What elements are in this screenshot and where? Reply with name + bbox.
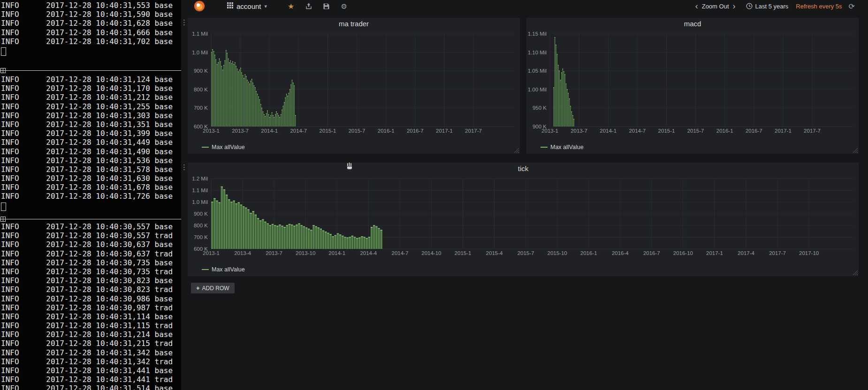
panel-macd: macd 2013-12013-72014-12014-72015-12015-…	[526, 18, 859, 154]
log-line: INFO 2017-12-28 10:40:31,342 trad	[1, 357, 181, 366]
share-icon[interactable]	[305, 3, 312, 9]
panel-title-macd[interactable]: macd	[526, 18, 859, 30]
log-line: INFO 2017-12-28 10:40:31,399 base	[1, 129, 181, 138]
svg-text:2015-4: 2015-4	[486, 250, 503, 256]
svg-text:600 K: 600 K	[194, 246, 208, 252]
legend-series-label[interactable]: Max allValue	[212, 144, 245, 150]
svg-text:900 K: 900 K	[533, 124, 547, 129]
svg-text:1.0 Mil: 1.0 Mil	[192, 50, 208, 55]
legend-series-label[interactable]: Max allValue	[550, 144, 584, 150]
zoom-out-button[interactable]: Zoom Out	[702, 3, 729, 10]
log-line: INFO 2017-12-28 10:40:31,115 trad	[1, 321, 181, 330]
log-line: INFO 2017-12-28 10:40:31,578 base	[1, 165, 181, 174]
terminal-pane-middle[interactable]: INFO 2017-12-28 10:40:31,124 baseINFO 20…	[1, 75, 181, 211]
dashboard-title: account	[236, 2, 261, 10]
legend-series-label[interactable]: Max allValue	[212, 266, 245, 273]
log-line: INFO 2017-12-28 10:40:30,823 base	[1, 276, 181, 285]
svg-text:1.05 Mil: 1.05 Mil	[528, 68, 547, 74]
add-row-button[interactable]: + ADD ROW	[191, 283, 235, 293]
dashboard-picker[interactable]: account ▾	[223, 1, 271, 12]
window-split-icon	[0, 217, 6, 222]
star-icon[interactable]: ★	[288, 3, 294, 10]
panel-title-tick[interactable]: tick	[188, 163, 859, 175]
legend-macd[interactable]: Max allValue	[541, 144, 584, 150]
time-shift-back-chevron[interactable]: ‹	[695, 3, 698, 9]
log-line: INFO 2017-12-28 10:40:30,637 base	[1, 240, 181, 249]
svg-text:1.0 Mil: 1.0 Mil	[192, 199, 208, 205]
row-drag-handle[interactable]	[183, 20, 185, 26]
terminal-window[interactable]: INFO 2017-12-28 10:40:31,553 baseINFO 20…	[0, 0, 181, 390]
svg-text:2017-1: 2017-1	[706, 250, 723, 256]
svg-text:2017-1: 2017-1	[775, 128, 792, 134]
panel-resize-handle[interactable]	[514, 148, 519, 153]
chart-ma-trader[interactable]: 2013-12013-72014-12014-72015-12015-72016…	[190, 31, 518, 135]
svg-text:2016-1: 2016-1	[580, 250, 597, 256]
log-line: INFO 2017-12-28 10:40:31,553 base	[1, 1, 181, 10]
log-line: INFO 2017-12-28 10:40:31,170 base	[1, 84, 181, 93]
svg-text:900 K: 900 K	[194, 211, 208, 217]
log-line: INFO 2017-12-28 10:40:31,590 base	[1, 10, 181, 19]
log-line: INFO 2017-12-28 10:40:31,514 base	[1, 384, 181, 390]
svg-text:2016-10: 2016-10	[673, 250, 693, 256]
log-line: INFO 2017-12-28 10:40:30,637 trad	[1, 249, 181, 258]
log-line: INFO 2017-12-28 10:40:31,702 base	[1, 37, 181, 46]
svg-text:2015-7: 2015-7	[349, 128, 365, 134]
terminal-pane-bottom[interactable]: INFO 2017-12-28 10:40:30,557 baseINFO 20…	[1, 222, 181, 390]
time-range-button[interactable]: Last 5 years	[755, 3, 789, 10]
refresh-interval-button[interactable]: Refresh every 5s	[796, 3, 842, 10]
svg-text:800 K: 800 K	[194, 223, 208, 228]
svg-text:2013-7: 2013-7	[266, 250, 282, 256]
svg-text:2017-7: 2017-7	[465, 128, 482, 134]
log-line: INFO 2017-12-28 10:40:31,114 base	[1, 312, 181, 321]
svg-text:950 K: 950 K	[533, 105, 547, 111]
grafana-app: account ▾ ★ ⚙ ‹ Zoom Out ›	[181, 0, 868, 390]
log-line: INFO 2017-12-28 10:40:31,124 base	[1, 75, 181, 84]
terminal-cursor	[1, 47, 6, 56]
svg-text:2014-7: 2014-7	[629, 128, 646, 134]
svg-text:2015-1: 2015-1	[658, 128, 675, 134]
chart-tick[interactable]: 2013-12013-42013-72013-102014-12014-4201…	[190, 176, 857, 257]
log-line: INFO 2017-12-28 10:40:31,255 base	[1, 102, 181, 111]
time-shift-forward-chevron[interactable]: ›	[733, 3, 736, 9]
log-line: INFO 2017-12-28 10:40:31,215 trad	[1, 339, 181, 348]
panel-resize-handle[interactable]	[853, 270, 858, 275]
gear-icon[interactable]: ⚙	[341, 3, 347, 10]
log-line: INFO 2017-12-28 10:40:31,441 base	[1, 366, 181, 375]
log-line: INFO 2017-12-28 10:40:31,536 base	[1, 156, 181, 165]
log-line: INFO 2017-12-28 10:40:30,823 trad	[1, 285, 181, 294]
svg-text:2015-7: 2015-7	[518, 250, 534, 256]
terminal-pane-top[interactable]: INFO 2017-12-28 10:40:31,553 baseINFO 20…	[1, 1, 181, 56]
log-line: INFO 2017-12-28 10:40:31,441 trad	[1, 375, 181, 384]
log-line: INFO 2017-12-28 10:40:31,212 base	[1, 93, 181, 102]
log-line: INFO 2017-12-28 10:40:31,303 base	[1, 111, 181, 120]
svg-text:1.1 Mil: 1.1 Mil	[192, 31, 208, 37]
legend-ma-trader[interactable]: Max allValue	[202, 144, 245, 150]
panel-title-ma-trader[interactable]: ma trader	[188, 18, 520, 30]
svg-text:1.10 Mil: 1.10 Mil	[528, 50, 547, 55]
grafana-logo-icon[interactable]	[194, 1, 205, 11]
svg-text:2014-4: 2014-4	[360, 250, 377, 256]
panel-resize-handle[interactable]	[853, 148, 858, 153]
log-line: INFO 2017-12-28 10:40:30,735 base	[1, 258, 181, 267]
svg-text:600 K: 600 K	[194, 124, 208, 129]
svg-text:2014-1: 2014-1	[261, 128, 278, 134]
svg-text:2016-7: 2016-7	[746, 128, 762, 134]
svg-text:700 K: 700 K	[194, 105, 208, 111]
legend-tick[interactable]: Max allValue	[202, 266, 245, 273]
svg-text:700 K: 700 K	[194, 234, 208, 240]
add-row-label: ADD ROW	[202, 285, 229, 292]
svg-text:1.1 Mil: 1.1 Mil	[192, 188, 208, 193]
row-drag-handle[interactable]	[183, 165, 185, 171]
svg-text:2017-7: 2017-7	[769, 250, 786, 256]
log-line: INFO 2017-12-28 10:40:31,630 base	[1, 174, 181, 183]
panel-tick: tick 2013-12013-42013-72013-102014-12014…	[188, 163, 859, 276]
svg-text:2013-7: 2013-7	[232, 128, 249, 134]
svg-text:800 K: 800 K	[194, 87, 208, 92]
log-line: INFO 2017-12-28 10:40:30,987 trad	[1, 303, 181, 312]
chart-macd[interactable]: 2013-12013-72014-12014-72015-12015-72016…	[528, 31, 857, 135]
log-line: INFO 2017-12-28 10:40:30,557 trad	[1, 231, 181, 240]
save-icon[interactable]	[323, 3, 329, 9]
refresh-icon[interactable]: ⟳	[849, 2, 855, 11]
svg-text:900 K: 900 K	[194, 68, 208, 74]
svg-text:2015-1: 2015-1	[455, 250, 472, 256]
